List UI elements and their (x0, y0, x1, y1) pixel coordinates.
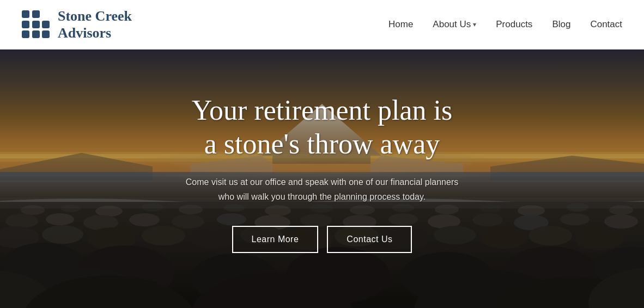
hero-title: Your retirement plan is a stone's throw … (180, 94, 464, 162)
site-header: Stone Creek Advisors Home About Us ▾ Pro… (0, 0, 644, 50)
logo-dot-3 (42, 10, 50, 18)
logo-dot-2 (32, 10, 40, 18)
hero-section: Your retirement plan is a stone's throw … (0, 50, 644, 308)
nav-contact[interactable]: Contact (590, 19, 622, 30)
logo-dot-7 (22, 30, 29, 38)
about-dropdown-icon: ▾ (473, 21, 476, 28)
hero-content: Your retirement plan is a stone's throw … (169, 94, 475, 253)
contact-us-button[interactable]: Contact Us (327, 226, 412, 253)
nav-products[interactable]: Products (496, 19, 532, 30)
logo-dot-6 (42, 21, 50, 28)
logo-dot-5 (32, 21, 40, 28)
hero-cta-buttons: Learn More Contact Us (180, 226, 464, 253)
logo-text: Stone Creek Advisors (58, 8, 132, 41)
logo-icon (22, 10, 50, 39)
logo-dot-8 (32, 30, 40, 38)
nav-blog[interactable]: Blog (552, 19, 570, 30)
logo-dot-9 (42, 30, 50, 38)
logo-dot-1 (22, 10, 29, 18)
logo-area[interactable]: Stone Creek Advisors (22, 8, 132, 41)
nav-about[interactable]: About Us ▾ (433, 19, 476, 30)
learn-more-button[interactable]: Learn More (232, 226, 319, 253)
logo-dot-4 (22, 21, 29, 28)
nav-home[interactable]: Home (388, 19, 413, 30)
hero-subtitle: Come visit us at our office and speak wi… (180, 175, 464, 204)
main-nav: Home About Us ▾ Products Blog Contact (388, 19, 622, 30)
